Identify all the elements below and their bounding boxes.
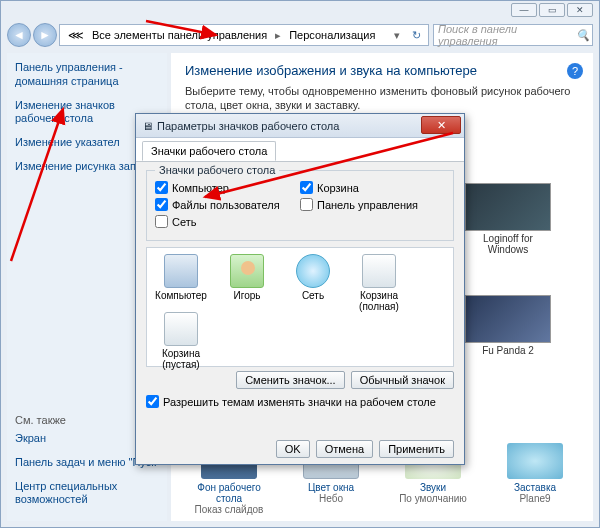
theme-item[interactable]: Fu Panda 2 (465, 295, 551, 356)
chk-recycle-bin[interactable]: Корзина (300, 181, 445, 194)
window-controls: — ▭ ✕ (511, 3, 593, 17)
default-icon-button[interactable]: Обычный значок (351, 371, 454, 389)
theme-item[interactable]: Loginoff for Windows (465, 183, 551, 255)
ok-button[interactable]: OK (276, 440, 310, 458)
dialog-titlebar[interactable]: 🖥 Параметры значков рабочего стола ✕ (136, 114, 464, 138)
chk-network[interactable]: Сеть (155, 215, 300, 228)
desktop-icons-dialog: 🖥 Параметры значков рабочего стола ✕ Зна… (135, 113, 465, 465)
chk-control-panel[interactable]: Панель управления (300, 198, 445, 211)
sidebar-link-ease[interactable]: Центр специальных возможностей (15, 480, 167, 508)
page-subtitle: Выберите тему, чтобы одновременно измени… (185, 84, 579, 113)
chevron-right-icon: ▸ (271, 29, 285, 42)
close-button[interactable]: ✕ (567, 3, 593, 17)
forward-button[interactable]: ► (33, 23, 57, 47)
tab-desktop-icons[interactable]: Значки рабочего стола (142, 141, 276, 161)
icon-preview: Компьютер Игорь Сеть Корзина (полная) Ко… (146, 247, 454, 367)
search-placeholder: Поиск в панели управления (438, 23, 575, 47)
breadcrumb-item[interactable]: Все элементы панели управления (88, 29, 271, 41)
back-button[interactable]: ◄ (7, 23, 31, 47)
page-title: Изменение изображения и звука на компьют… (185, 63, 579, 78)
refresh-icon[interactable]: ↻ (404, 29, 428, 42)
search-input[interactable]: Поиск в панели управления 🔍 (433, 24, 593, 46)
group-label: Значки рабочего стола (155, 164, 279, 176)
preview-user[interactable]: Игорь (219, 254, 275, 312)
change-icon-button[interactable]: Сменить значок... (236, 371, 345, 389)
app-icon: 🖥 (142, 120, 153, 132)
chk-user-files[interactable]: Файлы пользователя (155, 198, 300, 211)
dialog-title: Параметры значков рабочего стола (157, 120, 339, 132)
sidebar-home[interactable]: Панель управления - домашняя страница (15, 61, 159, 89)
chk-computer[interactable]: Компьютер (155, 181, 300, 194)
breadcrumb[interactable]: ⋘ Все элементы панели управления ▸ Персо… (59, 24, 429, 46)
maximize-button[interactable]: ▭ (539, 3, 565, 17)
help-icon[interactable]: ? (567, 63, 583, 79)
preview-bin-empty[interactable]: Корзина (пустая) (153, 312, 209, 370)
search-icon: 🔍 (575, 29, 592, 42)
option-screensaver[interactable]: Заставка Plane9 (491, 443, 579, 515)
icons-group: Значки рабочего стола Компьютер Корзина … (146, 170, 454, 241)
preview-bin-full[interactable]: Корзина (полная) (351, 254, 407, 312)
breadcrumb-item[interactable]: Персонализация (285, 29, 379, 41)
chk-allow-themes[interactable]: Разрешить темам изменять значки на рабоч… (146, 395, 454, 408)
nav-bar: ◄ ► ⋘ Все элементы панели управления ▸ П… (7, 23, 593, 47)
preview-computer[interactable]: Компьютер (153, 254, 209, 312)
tab-strip: Значки рабочего стола (136, 138, 464, 162)
window: — ▭ ✕ ◄ ► ⋘ Все элементы панели управлен… (0, 0, 600, 528)
apply-button[interactable]: Применить (379, 440, 454, 458)
dialog-close-button[interactable]: ✕ (421, 116, 461, 134)
minimize-button[interactable]: — (511, 3, 537, 17)
cancel-button[interactable]: Отмена (316, 440, 373, 458)
screensaver-icon (507, 443, 563, 479)
preview-network[interactable]: Сеть (285, 254, 341, 312)
